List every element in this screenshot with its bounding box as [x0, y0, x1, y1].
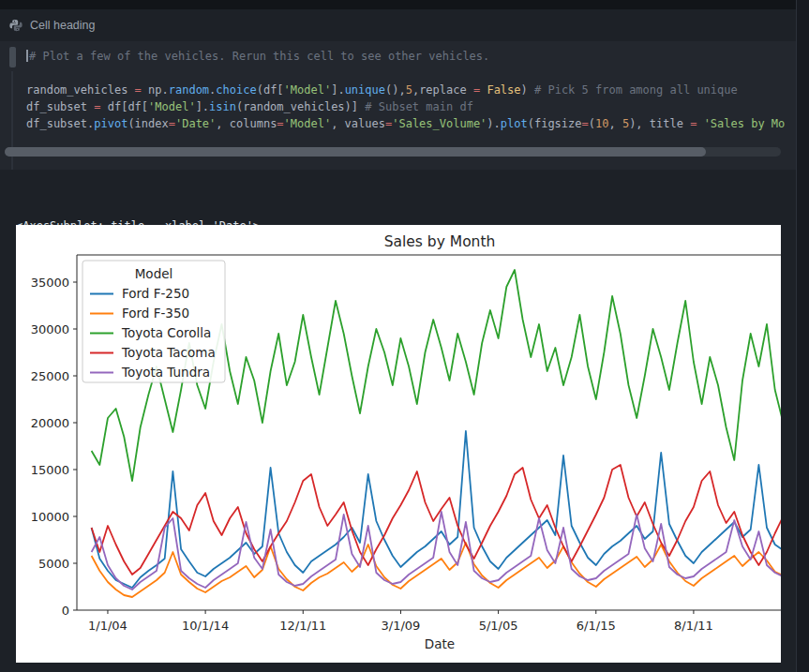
code-lines[interactable]: # Plot a few of the vehicles. Rerun this… — [26, 48, 785, 132]
chart-title: Sales by Month — [384, 233, 496, 250]
python-icon — [9, 19, 22, 32]
svg-text:15000: 15000 — [31, 463, 69, 477]
matplotlib-figure: 050001000015000200002500030000350001/1/0… — [16, 225, 781, 663]
y-axis: 05000100001500020000250003000035000 — [31, 276, 77, 618]
sales-by-month-chart: 050001000015000200002500030000350001/1/0… — [16, 225, 781, 663]
svg-text:10000: 10000 — [31, 510, 69, 524]
series-toyota-tundra — [92, 512, 781, 590]
legend-label: Ford F-350 — [122, 306, 189, 321]
window-top-strip — [0, 0, 809, 9]
svg-text:3/1/09: 3/1/09 — [382, 619, 421, 633]
svg-text:5/1/05: 5/1/05 — [479, 619, 518, 633]
series-ford-f-250 — [92, 431, 781, 588]
svg-text:30000: 30000 — [31, 322, 69, 336]
code-cell[interactable]: # Plot a few of the vehicles. Rerun this… — [0, 41, 796, 170]
svg-text:8/1/11: 8/1/11 — [674, 619, 713, 633]
svg-text:25000: 25000 — [31, 369, 69, 383]
editor-right-gutter[interactable] — [796, 0, 809, 672]
x-axis-label: Date — [425, 636, 455, 651]
active-line-marker — [9, 47, 16, 67]
legend-title: Model — [135, 266, 173, 281]
svg-text:1/1/04: 1/1/04 — [88, 619, 127, 633]
cell-heading-row[interactable]: Cell heading — [0, 9, 796, 41]
svg-text:6/1/15: 6/1/15 — [577, 619, 616, 633]
svg-text:0: 0 — [62, 604, 69, 618]
series-toyota-tacoma — [92, 465, 781, 575]
svg-text:35000: 35000 — [31, 276, 69, 290]
svg-text:12/1/11: 12/1/11 — [279, 619, 326, 633]
legend-label: Ford F-250 — [122, 286, 189, 301]
x-axis: 1/1/0410/1/1412/1/113/1/095/1/056/1/158/… — [88, 610, 713, 633]
cell-heading-label: Cell heading — [30, 19, 96, 32]
svg-text:5000: 5000 — [38, 557, 69, 571]
legend-label: Toyota Tacoma — [121, 345, 216, 360]
legend: ModelFord F-250Ford F-350Toyota CorollaT… — [82, 261, 225, 382]
svg-text:10/1/14: 10/1/14 — [182, 619, 229, 633]
legend-label: Toyota Tundra — [121, 365, 210, 380]
legend-label: Toyota Corolla — [121, 325, 211, 340]
svg-text:20000: 20000 — [31, 416, 69, 430]
code-horizontal-scrollbar-thumb[interactable] — [5, 147, 706, 157]
code-horizontal-scrollbar-track[interactable] — [5, 147, 781, 157]
